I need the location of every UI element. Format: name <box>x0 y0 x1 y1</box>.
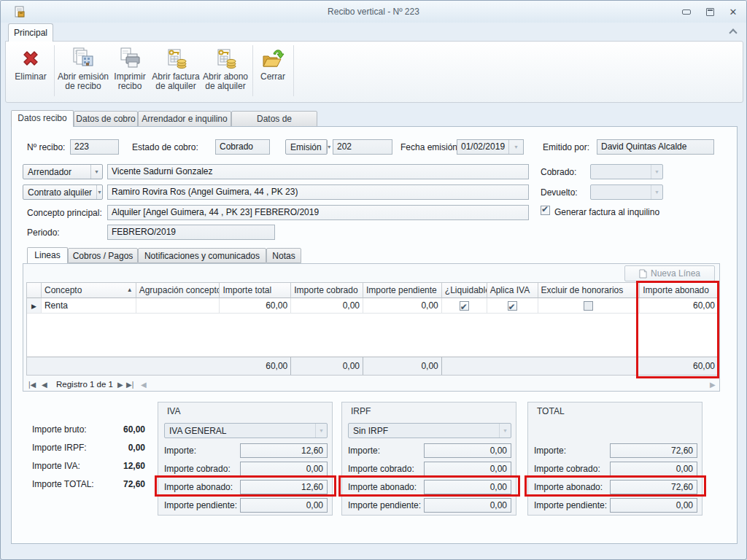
tab-arrendador-inquilino[interactable]: Arrendador e inquilino <box>138 111 231 127</box>
tab-datos-de-cobro[interactable]: Datos de cobro <box>74 111 138 127</box>
check-icon: ✔ <box>460 300 468 314</box>
chevron-down-icon: ▼ <box>96 185 102 199</box>
abrir-emision-button[interactable]: Abrir emisión de recibo <box>57 45 109 99</box>
liquidable-checkbox[interactable]: ✔ <box>460 301 469 311</box>
summary-importe-abonado: 60,00 <box>640 357 719 375</box>
app-window: Recibo vertical - Nº 223 ✕ Principal Eli… <box>0 0 747 560</box>
cell-importe-pendiente[interactable]: 0,00 <box>363 298 442 314</box>
column-header-importe-cobrado[interactable]: Importe cobrado <box>291 283 363 298</box>
cell-excluir-honorarios[interactable]: ✔ <box>538 298 640 314</box>
cobrado-combo: ▼ <box>590 164 663 179</box>
num-recibo-label: Nº recibo: <box>27 142 65 152</box>
abrir-factura-label: Abrir factura de alquiler <box>150 72 201 91</box>
hscroll-left-icon[interactable]: ◀ <box>141 381 147 389</box>
tab-datos-recibo[interactable]: Datos recibo <box>11 110 74 127</box>
arrendador-field[interactable]: Vicente Sadurni Gonzalez <box>107 164 529 179</box>
total-importe-pendiente-field[interactable]: 0,00 <box>610 498 697 513</box>
tab-notas[interactable]: Notas <box>266 248 301 263</box>
emision-combo[interactable]: Emisión ▼ <box>285 139 328 155</box>
cell-agrupacion[interactable] <box>136 298 220 314</box>
estado-cobro-field[interactable]: Cobrado <box>215 139 270 155</box>
column-header-concepto[interactable]: Concepto▲ <box>42 283 136 298</box>
concepto-principal-field[interactable]: Alquiler [Angel Guimera, 44 , PK 23] FEB… <box>107 205 529 220</box>
tab-notificaciones[interactable]: Notificaciones y comunicados <box>138 248 266 263</box>
cell-importe-abonado[interactable]: 60,00 <box>640 298 719 314</box>
cell-aplica-iva[interactable]: ✔ <box>487 298 538 314</box>
periodo-label: Periodo: <box>27 228 60 238</box>
importe-total-label: Importe TOTAL: <box>32 479 94 489</box>
emision-num-field[interactable]: 202 <box>333 139 392 155</box>
importe-cobrado-label: Importe cobrado: <box>534 464 600 474</box>
emitido-por-field[interactable]: David Quintas Alcalde <box>597 139 714 155</box>
cell-liquidable[interactable]: ✔ <box>442 298 487 314</box>
grid-summary-row: 60,00 0,00 0,00 60,00 <box>27 357 719 375</box>
excluir-honorarios-checkbox[interactable]: ✔ <box>584 301 593 311</box>
chevron-down-icon: ▼ <box>90 165 102 179</box>
minimize-button[interactable] <box>678 6 695 18</box>
nav-first-button[interactable]: |◀ <box>28 381 36 389</box>
nueva-linea-button[interactable]: Nueva Línea <box>624 265 715 281</box>
ribbon-tab-principal[interactable]: Principal <box>8 23 53 42</box>
hscroll-right-icon[interactable]: ▶ <box>710 381 716 389</box>
importe-bruto-value: 60,00 <box>87 424 145 435</box>
collapse-ribbon-icon[interactable] <box>729 28 737 36</box>
importe-pendiente-label: Importe pendiente: <box>348 500 421 510</box>
irpf-importe-field[interactable]: 0,00 <box>424 443 511 458</box>
column-header-importe-total[interactable]: Importe total <box>220 283 291 298</box>
tab-cobros-pagos[interactable]: Cobros / Pagos <box>68 248 138 263</box>
cerrar-button[interactable]: Cerrar <box>255 45 290 99</box>
row-selector-cell[interactable]: ▶ <box>27 298 42 314</box>
iva-importe-field[interactable]: 12,60 <box>240 443 328 458</box>
total-importe-cobrado-field[interactable]: 0,00 <box>610 462 697 476</box>
iva-importe-cobrado-field[interactable]: 0,00 <box>240 462 328 476</box>
generar-factura-checkbox[interactable]: ✔ <box>541 206 550 215</box>
contrato-combo[interactable]: Contrato alquiler ▼ <box>23 184 103 200</box>
table-row[interactable]: ▶ Renta 60,00 0,00 0,00 ✔ ✔ ✔ 60,00 <box>27 298 719 314</box>
aplica-iva-checkbox[interactable]: ✔ <box>508 301 517 311</box>
nav-prev-button[interactable]: ◀ <box>42 381 47 389</box>
maximize-icon <box>706 8 714 16</box>
periodo-field[interactable]: FEBRERO/2019 <box>107 225 275 240</box>
column-header-agrupacion[interactable]: Agrupación concepto <box>136 283 220 298</box>
iva-panel: IVA IVA GENERAL ▼ Importe: 12,60 Importe… <box>158 402 333 516</box>
column-header-liquidable[interactable]: ¿Liquidable? <box>442 283 487 298</box>
num-recibo-field[interactable]: 223 <box>70 139 119 155</box>
iva-importe-pendiente-field[interactable]: 0,00 <box>240 498 328 513</box>
total-importe-field[interactable]: 72,60 <box>610 443 697 458</box>
nav-last-button[interactable]: ▶| <box>126 381 133 389</box>
contrato-combo-value: Contrato alquiler <box>23 187 96 198</box>
ribbon-toolbar: Eliminar Abrir emisión de recibo <box>5 41 743 103</box>
column-header-importe-pendiente[interactable]: Importe pendiente <box>363 283 442 298</box>
cell-concepto[interactable]: Renta <box>42 298 136 314</box>
column-header-importe-abonado[interactable]: Importe abonado <box>640 283 719 298</box>
tab-datos-reclamacion[interactable]: Datos de reclamación <box>231 111 317 127</box>
total-importe-abonado-field[interactable]: 72,60 <box>610 480 697 494</box>
column-header-aplica-iva[interactable]: Aplica IVA <box>487 283 538 298</box>
delete-icon <box>19 47 42 70</box>
emitido-por-label: Emitido por: <box>543 142 589 152</box>
maximize-button[interactable] <box>701 6 719 18</box>
eliminar-button[interactable]: Eliminar <box>9 45 53 99</box>
irpf-importe-pendiente-field[interactable]: 0,00 <box>424 498 511 513</box>
abrir-factura-button[interactable]: Abrir factura de alquiler <box>150 45 201 99</box>
cell-importe-cobrado[interactable]: 0,00 <box>291 298 363 314</box>
arrendador-combo[interactable]: Arrendador ▼ <box>23 164 103 179</box>
iva-importe-abonado-field[interactable]: 12,60 <box>240 480 328 494</box>
imprimir-button[interactable]: Imprimir recibo <box>111 45 149 99</box>
nav-next-button[interactable]: ▶ <box>117 381 123 389</box>
estado-cobro-label: Estado de cobro: <box>132 142 198 152</box>
importe-total-value: 72,60 <box>87 479 145 489</box>
importe-label: Importe: <box>534 446 566 456</box>
toolbar-separator <box>252 45 253 96</box>
irpf-importe-abonado-field[interactable]: 0,00 <box>424 480 511 494</box>
importe-abonado-label: Importe abonado: <box>164 482 233 492</box>
contrato-field[interactable]: Ramiro Rovira Ros (Angel Guimera, 44 , P… <box>107 184 529 200</box>
abrir-abono-button[interactable]: Abrir abono de alquiler <box>201 45 249 99</box>
column-header-excluir-honorarios[interactable]: Excluir de honorarios <box>538 283 640 298</box>
close-button[interactable]: ✕ <box>724 6 742 18</box>
fecha-emision-field[interactable]: 01/02/2019 ▼ <box>457 139 524 155</box>
chevron-down-icon: ▼ <box>651 165 662 179</box>
tab-lineas[interactable]: Lineas <box>27 247 68 263</box>
cell-importe-total[interactable]: 60,00 <box>220 298 291 314</box>
irpf-importe-cobrado-field[interactable]: 0,00 <box>424 462 511 476</box>
